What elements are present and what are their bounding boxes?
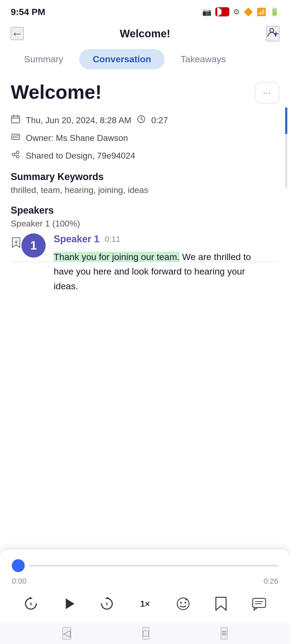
nav-back-button[interactable]: ◁ [63,627,71,639]
more-options-button[interactable]: ··· [255,82,279,104]
rewind-button[interactable]: 5 [20,593,42,614]
speaker-entry: Speaker 1 (100%) [11,219,279,229]
audio-current-time: 0:00 [12,577,27,586]
svg-line-18 [15,155,16,156]
page-title: Welcome! [120,28,170,40]
owner-icon [11,132,20,144]
audio-times: 0:00 0:26 [12,577,278,586]
svg-line-9 [141,119,143,120]
card-title: Welcome! [11,80,102,104]
svg-marker-23 [66,598,74,609]
keywords-label: Summary Keywords [11,171,279,182]
forward-button[interactable]: 5 [96,593,118,614]
top-nav: ← Welcome! [0,21,290,46]
tab-conversation[interactable]: Conversation [79,49,164,69]
shared-icon [11,150,20,162]
conversation-entry: 1 Speaker 1 0:11 Thank you for joining o… [11,233,279,293]
keywords-value: thrilled, team, hearing, joining, ideas [11,185,279,195]
svg-marker-21 [28,597,32,599]
emoji-reaction-button[interactable] [172,593,194,614]
svg-point-14 [12,153,15,156]
svg-text:5: 5 [106,602,108,606]
shared-value: Shared to Design, 79e94024 [26,151,135,161]
svg-point-11 [13,136,15,138]
nav-menu-button[interactable]: ≡ [221,627,227,639]
audio-controls: 5 5 1× [12,593,278,614]
camera-status-icon: 📷 [202,8,212,16]
conversation-section: 1 Speaker 1 0:11 Thank you for joining o… [0,233,290,301]
record-icon [215,7,229,16]
status-icons: 📷 ⚙ 🔶 📶 🔋 [202,7,279,16]
main-content: Welcome! ··· Thu, Jun 20, 2024, 8:28 AM … [0,72,290,547]
battery-icon: 🔋 [270,8,279,16]
audio-progress-dot[interactable] [12,559,25,572]
svg-point-28 [184,602,186,603]
comment-button[interactable] [248,593,270,614]
conv-speaker-name: Speaker 1 [54,233,99,245]
meta-date-row: Thu, Jun 20, 2024, 8:28 AM 0:27 [11,114,279,126]
signal-icon: 🔶 [244,8,253,16]
scroll-thumb [285,107,287,134]
speed-button[interactable]: 1× [134,593,156,614]
status-time: 9:54 PM [11,7,45,17]
speakers-label: Speakers [11,205,279,216]
meta-shared-row: Shared to Design, 79e94024 [11,150,279,162]
add-person-button[interactable] [266,26,279,41]
meta-owner-row: Owner: Ms Shane Dawson [11,132,279,144]
svg-marker-24 [105,597,110,599]
bluetooth-icon: ⚙ [233,8,240,16]
nav-home-button[interactable]: □ [143,627,150,639]
svg-point-15 [16,151,19,154]
svg-text:5: 5 [30,602,32,606]
svg-rect-29 [253,598,266,608]
tab-takeaways[interactable]: Takeaways [167,49,239,69]
tab-summary[interactable]: Summary [11,49,77,69]
svg-point-27 [180,602,182,603]
svg-point-16 [16,155,19,158]
card-header: Welcome! ··· [11,80,279,104]
audio-player: 0:00 0:26 5 5 1× [0,550,290,623]
audio-progress-row [12,559,278,572]
audio-total-time: 0:26 [264,577,278,586]
status-bar: 9:54 PM 📷 ⚙ 🔶 📶 🔋 [0,0,290,21]
conv-text: Thank you for joining our team. We are t… [54,250,269,293]
conv-speaker-row: Speaker 1 0:11 [54,233,269,245]
owner-value: Owner: Ms Shane Dawson [26,133,128,143]
scroll-indicator[interactable] [285,107,287,188]
audio-track[interactable] [29,565,278,566]
speaker-avatar: 1 [21,233,46,258]
duration-value: 0:27 [151,115,168,125]
play-button[interactable] [58,593,80,614]
svg-point-0 [270,28,274,32]
bookmark-button[interactable] [210,593,232,614]
svg-point-26 [177,598,189,610]
svg-rect-3 [12,116,20,123]
svg-line-17 [15,153,16,154]
conv-timestamp: 0:11 [105,235,120,244]
back-button[interactable]: ← [11,27,24,40]
conv-body: Speaker 1 0:11 Thank you for joining our… [54,233,269,293]
wifi-icon: 📶 [257,8,266,16]
highlighted-text: Thank you for joining our team. [54,252,180,262]
date-value: Thu, Jun 20, 2024, 8:28 AM [26,115,131,125]
clock-icon [137,115,146,126]
calendar-icon [11,114,20,126]
tabs-container: Summary Conversation Takeaways [0,46,290,72]
bottom-nav: ◁ □ ≡ [0,623,290,644]
